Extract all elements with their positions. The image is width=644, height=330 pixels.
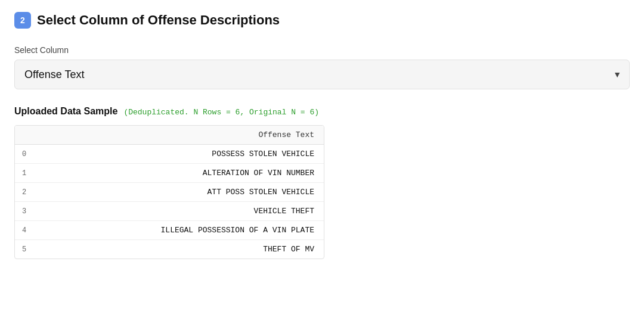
index-col-header bbox=[15, 126, 45, 145]
offense-text-col-header: Offense Text bbox=[45, 126, 324, 145]
column-select[interactable]: Offense Text bbox=[14, 60, 630, 89]
row-offense-text: ILLEGAL POSSESSION OF A VIN PLATE bbox=[45, 221, 324, 240]
table-row: 5THEFT OF MV bbox=[15, 240, 324, 259]
table-row: 2ATT POSS STOLEN VEHICLE bbox=[15, 183, 324, 202]
row-index: 4 bbox=[15, 221, 45, 240]
row-index: 1 bbox=[15, 164, 45, 183]
data-sample-header: Uploaded Data Sample (Deduplicated. N Ro… bbox=[14, 106, 630, 117]
table-row: 3VEHICLE THEFT bbox=[15, 202, 324, 221]
data-sample-label: Uploaded Data Sample bbox=[14, 106, 117, 117]
page-header: 2 Select Column of Offense Descriptions bbox=[14, 12, 630, 29]
table-row: 4ILLEGAL POSSESSION OF A VIN PLATE bbox=[15, 221, 324, 240]
table-row: 1ALTERATION OF VIN NUMBER bbox=[15, 164, 324, 183]
select-column-label: Select Column bbox=[14, 45, 630, 55]
step-badge: 2 bbox=[14, 12, 31, 29]
data-sample-meta: (Deduplicated. N Rows = 6, Original N = … bbox=[123, 108, 319, 117]
row-offense-text: ALTERATION OF VIN NUMBER bbox=[45, 164, 324, 183]
row-offense-text: ATT POSS STOLEN VEHICLE bbox=[45, 183, 324, 202]
row-index: 3 bbox=[15, 202, 45, 221]
page-title: Select Column of Offense Descriptions bbox=[37, 13, 280, 28]
row-offense-text: VEHICLE THEFT bbox=[45, 202, 324, 221]
column-select-wrapper: Offense Text ▼ bbox=[14, 60, 630, 89]
table-row: 0POSSESS STOLEN VEHICLE bbox=[15, 145, 324, 164]
row-offense-text: THEFT OF MV bbox=[45, 240, 324, 259]
row-offense-text: POSSESS STOLEN VEHICLE bbox=[45, 145, 324, 164]
data-table-wrapper: Offense Text 0POSSESS STOLEN VEHICLE1ALT… bbox=[14, 125, 324, 259]
table-header-row: Offense Text bbox=[15, 126, 324, 145]
data-table: Offense Text 0POSSESS STOLEN VEHICLE1ALT… bbox=[15, 126, 324, 259]
row-index: 2 bbox=[15, 183, 45, 202]
row-index: 5 bbox=[15, 240, 45, 259]
row-index: 0 bbox=[15, 145, 45, 164]
